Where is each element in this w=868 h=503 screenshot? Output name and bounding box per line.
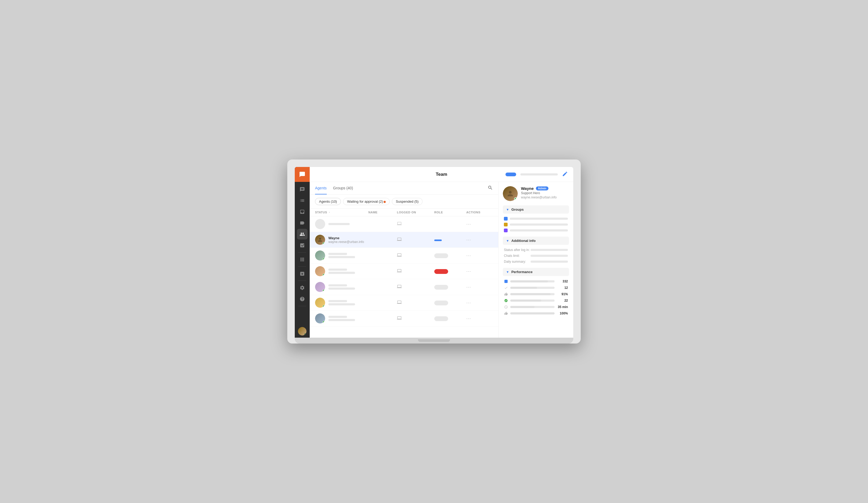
right-panel: Wayne Admin Support Hero wayne.reese@urb… xyxy=(498,182,573,338)
agents-table: STATUS NAME LOGGED ON ROLE ACTIONS xyxy=(310,209,498,338)
profile-name: Wayne Admin xyxy=(521,186,557,191)
sidebar-item-archive[interactable] xyxy=(297,268,308,279)
filter-agents[interactable]: Agents (10) xyxy=(315,198,341,205)
role-badge-grey xyxy=(434,301,448,305)
perf-item-satisfaction: 91% xyxy=(504,292,568,296)
perf-value-chats: 332 xyxy=(557,280,568,283)
agent-cell xyxy=(315,282,368,292)
table-row[interactable]: ··· xyxy=(310,295,498,311)
placeholder-avatar xyxy=(315,219,325,229)
sidebar-item-settings[interactable] xyxy=(297,282,308,293)
agent-info-wayne: Wayne wayne.reese@urban.info xyxy=(328,236,364,244)
user-avatar-sidebar[interactable] xyxy=(298,327,307,336)
role-cell xyxy=(434,237,466,242)
more-actions-button[interactable]: ··· xyxy=(466,300,493,306)
table-row[interactable]: ··· xyxy=(310,263,498,279)
tabs-bar: Agents Groups (40) xyxy=(310,182,498,195)
table-row[interactable]: Wayne wayne.reese@urban.info xyxy=(310,232,498,248)
col-logged-on: LOGGED ON xyxy=(397,211,434,214)
performance-section-header[interactable]: ▼ Performance xyxy=(503,268,569,276)
group-name xyxy=(510,218,568,220)
role-badge-grey xyxy=(434,285,448,290)
table-row[interactable]: ··· xyxy=(310,311,498,326)
sidebar-item-tags[interactable] xyxy=(297,218,308,228)
tab-groups[interactable]: Groups (40) xyxy=(333,182,353,195)
sidebar-item-list[interactable] xyxy=(297,195,308,206)
role-badge-grey xyxy=(434,253,448,258)
perf-value-rating: 100% xyxy=(557,312,568,315)
info-item: Chats limit: xyxy=(504,254,568,258)
table-row[interactable]: ··· xyxy=(310,216,498,232)
more-actions-button[interactable]: ··· xyxy=(466,269,493,274)
groups-label: Groups xyxy=(512,208,524,211)
placeholder-name xyxy=(328,284,347,286)
more-actions-button[interactable]: ··· xyxy=(466,316,493,321)
agent-avatar xyxy=(315,250,325,261)
sidebar-item-grid[interactable] xyxy=(297,254,308,265)
performance-list: 332 12 xyxy=(503,279,569,315)
placeholder-name xyxy=(328,269,347,271)
profile-avatar xyxy=(503,186,518,201)
chevron-down-icon: ▼ xyxy=(506,239,509,243)
perf-bar xyxy=(510,300,541,302)
search-icon[interactable] xyxy=(488,185,493,191)
perf-bar-container xyxy=(510,300,555,302)
perf-bar-container xyxy=(510,312,555,314)
sidebar-item-chat[interactable] xyxy=(297,184,308,195)
more-actions-button[interactable]: ··· xyxy=(466,284,493,290)
group-color xyxy=(504,223,508,227)
header-action-button[interactable] xyxy=(506,172,516,176)
filter-waiting[interactable]: Waiting for approval (2) xyxy=(343,198,390,205)
more-actions-button[interactable]: ··· xyxy=(466,221,493,227)
profile-online-dot xyxy=(514,197,517,201)
agent-avatar xyxy=(315,298,325,308)
agent-avatar xyxy=(315,266,325,276)
groups-section-header[interactable]: ▼ Groups xyxy=(503,205,569,213)
perf-value-resolved: 22 xyxy=(557,299,568,302)
agent-cell: Wayne wayne.reese@urban.info xyxy=(315,235,368,245)
check-icon xyxy=(504,286,508,290)
edit-icon[interactable] xyxy=(562,171,568,178)
more-actions-button[interactable]: ··· xyxy=(466,253,493,259)
additional-info-section-header[interactable]: ▼ Additional info xyxy=(503,237,569,245)
table-row[interactable]: ··· xyxy=(310,279,498,295)
perf-bar xyxy=(510,280,548,282)
perf-bar xyxy=(510,306,535,308)
placeholder-name xyxy=(328,316,347,318)
sidebar-nav xyxy=(297,182,308,327)
more-actions-button[interactable]: ··· xyxy=(466,237,493,243)
perf-item-rating: 100% xyxy=(504,311,568,315)
chevron-down-icon: ▼ xyxy=(506,270,509,274)
col-status: STATUS xyxy=(315,211,368,214)
role-cell xyxy=(434,300,466,305)
perf-item-response-time: 35 min xyxy=(504,305,568,309)
main-area: Team Agents Groups (40) xyxy=(310,167,573,338)
group-name xyxy=(510,229,568,231)
tab-agents[interactable]: Agents xyxy=(315,182,327,195)
group-color xyxy=(504,217,508,221)
role-badge-grey xyxy=(434,316,448,321)
table-row[interactable]: ··· xyxy=(310,248,498,263)
logo[interactable] xyxy=(295,167,310,182)
info-value xyxy=(530,261,568,263)
role-cell xyxy=(434,253,466,258)
online-status xyxy=(322,242,325,245)
info-label: Status after log in: xyxy=(504,248,530,252)
sidebar-item-inbox[interactable] xyxy=(297,207,308,217)
sidebar-item-team[interactable] xyxy=(297,229,308,240)
perf-bar-container xyxy=(510,287,555,289)
sidebar-item-reports[interactable] xyxy=(297,240,308,251)
perf-bar xyxy=(510,293,550,295)
filter-suspended[interactable]: Suspended (5) xyxy=(392,198,423,205)
profile-email: wayne.reese@urban.info xyxy=(521,196,557,199)
role-cell xyxy=(434,316,466,321)
sidebar-item-help[interactable] xyxy=(297,294,308,304)
perf-bar-container xyxy=(510,293,555,295)
perf-item-chats: 332 xyxy=(504,279,568,283)
online-status xyxy=(322,321,325,324)
online-status xyxy=(322,290,325,292)
perf-item-resolved: 22 xyxy=(504,298,568,303)
placeholder-name xyxy=(328,253,347,255)
additional-info-label: Additional info xyxy=(512,239,536,243)
group-item xyxy=(504,223,568,227)
